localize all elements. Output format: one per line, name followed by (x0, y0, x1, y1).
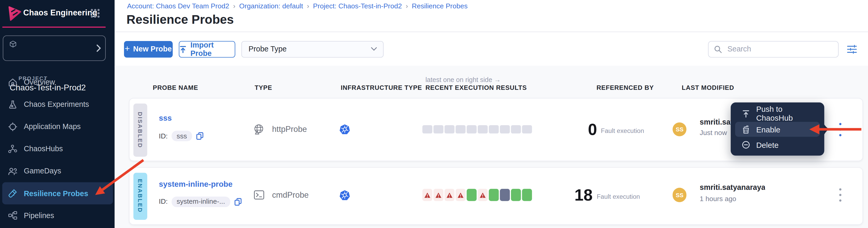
minus-circle-icon (742, 141, 750, 149)
column-header-probe-name: PROBE NAME (153, 84, 198, 90)
pipeline-icon (8, 210, 18, 221)
probe-name-link[interactable]: system-inline-probe (159, 179, 232, 188)
probe-type-value: cmdProbe (272, 190, 309, 199)
execution-result-empty (511, 125, 521, 134)
execution-result-fail (478, 189, 488, 201)
column-header-type: TYPE (254, 84, 272, 90)
header-divider (114, 32, 868, 33)
filter-icon[interactable] (846, 44, 857, 55)
app-grid-icon[interactable] (90, 8, 100, 18)
target-icon (8, 122, 18, 132)
context-menu: Push to ChaosHub Enable Delete (731, 103, 824, 156)
hub-icon (8, 144, 18, 154)
probe-id-value: system-inline-... (172, 196, 230, 207)
sidebar: Chaos Engineering PROJECT Chaos-Test-in-… (0, 0, 114, 228)
app-title: Chaos Engineering (23, 8, 97, 17)
column-header-infrastructure-type: INFRASTRUCTURE TYPE (341, 84, 422, 90)
menu-item-label: Enable (756, 125, 780, 134)
menu-item-push-to-chaoshub[interactable]: Push to ChaosHub (731, 106, 824, 121)
cube-icon (9, 40, 17, 48)
breadcrumb-project-link[interactable]: Project: Chaos-Test-in-Prod2 (313, 2, 402, 10)
probe-id-value: sss (172, 131, 192, 141)
import-icon (179, 45, 187, 53)
search-input[interactable] (726, 45, 832, 54)
execution-result-fail (434, 189, 443, 201)
referenced-count: 18 (560, 186, 593, 204)
import-probe-label: Import Probe (190, 41, 235, 57)
kubernetes-icon (339, 190, 350, 200)
execution-results (423, 125, 532, 134)
sidebar-item-label: Application Maps (24, 122, 81, 131)
sidebar-item-application-maps[interactable]: Application Maps (0, 116, 114, 138)
resilience-probes-page: Chaos Engineering PROJECT Chaos-Test-in-… (0, 0, 868, 228)
probe-icon (8, 188, 18, 198)
sidebar-menu: Overview Chaos Experiments Application M… (0, 71, 114, 226)
sidebar-item-pipelines[interactable]: Pipelines (0, 204, 114, 227)
copy-icon[interactable] (196, 132, 204, 140)
chevron-down-icon (371, 47, 377, 51)
breadcrumb: Account: Chaos Dev Team Prod2 › Organiza… (127, 2, 468, 10)
probe-type-value: httpProbe (272, 124, 307, 134)
new-probe-label: New Probe (133, 45, 172, 53)
home-icon (8, 77, 18, 87)
probe-type-value: Probe Type (249, 45, 287, 53)
kubernetes-icon (339, 124, 350, 135)
page-title: Resilience Probes (127, 12, 234, 27)
breadcrumb-separator: › (406, 2, 408, 10)
row-actions-menu-button[interactable] (837, 123, 843, 136)
trash-icon (742, 125, 750, 134)
id-label: ID: (159, 198, 168, 205)
terminal-icon (253, 189, 264, 200)
sidebar-item-label: Pipelines (24, 211, 54, 220)
breadcrumb-separator: › (233, 2, 235, 10)
menu-item-enable[interactable]: Enable (735, 122, 820, 137)
execution-result-fail (445, 189, 455, 201)
execution-result-pass (522, 189, 532, 201)
execution-result-empty (423, 125, 432, 134)
project-selector[interactable]: PROJECT Chaos-Test-in-Prod2 (3, 35, 105, 61)
referenced-label: Fault execution (601, 127, 644, 134)
menu-item-label: Push to ChaosHub (756, 105, 819, 123)
copy-icon[interactable] (234, 197, 242, 206)
chaos-engineering-logo-icon (6, 5, 22, 22)
execution-result-pass (467, 189, 476, 201)
row-actions-menu-button[interactable] (837, 188, 843, 202)
breadcrumb-current-link[interactable]: Resilience Probes (412, 2, 468, 10)
probe-type-select[interactable]: Probe Type (242, 41, 384, 57)
brand-divider (2, 26, 106, 28)
execution-result-skip (500, 189, 509, 201)
referenced-count: 0 (564, 120, 597, 139)
probe-id-row: ID: system-inline-... (159, 196, 242, 207)
column-header-last-modified: LAST MODIFIED (682, 84, 734, 90)
sidebar-item-label: ChaosHubs (24, 145, 63, 153)
menu-item-label: Delete (756, 141, 779, 149)
chevron-right-icon (96, 45, 101, 52)
sidebar-item-label: GameDays (24, 167, 61, 175)
execution-result-empty (434, 125, 443, 134)
execution-result-empty (489, 125, 499, 134)
breadcrumb-org-link[interactable]: Organization: default (239, 2, 303, 10)
sidebar-item-gamedays[interactable]: GameDays (0, 160, 114, 182)
sidebar-item-resilience-probes[interactable]: Resilience Probes (2, 182, 113, 204)
menu-item-delete[interactable]: Delete (731, 138, 824, 152)
push-icon (742, 110, 750, 118)
execution-result-empty (500, 125, 509, 134)
execution-result-pass (511, 189, 521, 201)
sidebar-item-overview[interactable]: Overview (0, 71, 114, 93)
import-probe-button[interactable]: Import Probe (179, 41, 235, 57)
sidebar-item-chaos-experiments[interactable]: Chaos Experiments (0, 93, 114, 116)
sidebar-item-label: Chaos Experiments (24, 100, 89, 109)
search-box (708, 41, 838, 57)
breadcrumb-account-link[interactable]: Account: Chaos Dev Team Prod2 (127, 2, 229, 10)
sidebar-item-chaoshubs[interactable]: ChaosHubs (0, 138, 114, 160)
column-header-referenced-by: REFERENCED BY (596, 84, 654, 90)
referenced-label: Fault execution (597, 193, 640, 200)
sidebar-item-label: Resilience Probes (24, 189, 88, 197)
probe-name-link[interactable]: sss (159, 113, 172, 122)
new-probe-button[interactable]: + New Probe (124, 41, 173, 57)
execution-result-empty (467, 125, 476, 134)
breadcrumb-separator: › (307, 2, 309, 10)
globe-warning-icon (253, 123, 265, 136)
column-header-recent-execution-results: RECENT EXECUTION RESULTS (426, 84, 527, 90)
execution-result-empty (478, 125, 488, 134)
